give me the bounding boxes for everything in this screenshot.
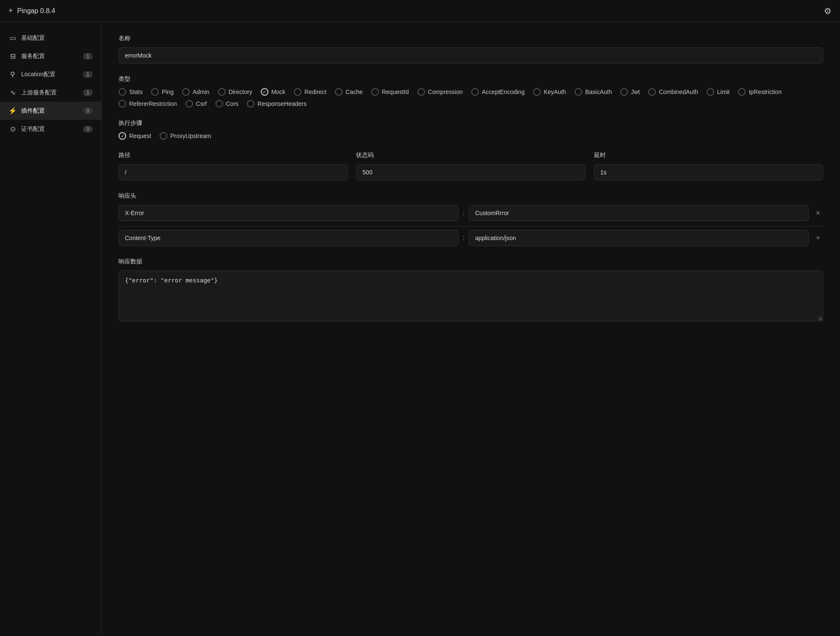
add-header-button[interactable]: + — [813, 234, 823, 243]
radio-type-keyauth[interactable]: KeyAuth — [533, 88, 566, 96]
steps-radio-group: RequestProxyUpstream — [119, 132, 823, 140]
sidebar-item-location[interactable]: ⚲ Location配置 1 — [0, 65, 101, 83]
colon-1: : — [463, 234, 464, 242]
titlebar: + Pingap 0.8.4 ⚙ — [0, 0, 840, 22]
response-header-key-1[interactable] — [119, 230, 459, 246]
header-divider-0 — [119, 226, 823, 227]
path-field: 路径 — [119, 152, 348, 180]
path-input[interactable] — [119, 164, 348, 180]
path-row: 路径 状态码 延时 — [119, 152, 823, 180]
radio-label-requestid: RequestId — [382, 88, 409, 95]
settings-icon[interactable]: ⚙ — [824, 6, 832, 16]
radio-circle-redirect — [294, 88, 301, 96]
radio-circle-compression — [417, 88, 425, 96]
radio-circle-combinedauth — [648, 88, 656, 96]
name-section: 名称 — [119, 35, 823, 64]
radio-type-cache[interactable]: Cache — [335, 88, 362, 96]
radio-type-compression[interactable]: Compression — [417, 88, 463, 96]
radio-type-ping[interactable]: Ping — [151, 88, 174, 96]
delay-input[interactable] — [594, 164, 823, 180]
radio-type-refererrestriction[interactable]: RefererRestriction — [119, 100, 177, 108]
response-header-row-1: :+ — [119, 230, 823, 246]
sidebar-icon-cert: ⊙ — [8, 125, 17, 133]
radio-type-mock[interactable]: Mock — [261, 88, 285, 96]
titlebar-left: + Pingap 0.8.4 — [8, 6, 55, 15]
sidebar-icon-location: ⚲ — [8, 70, 17, 78]
response-headers-section: 响应头 :×:+ — [119, 192, 823, 246]
radio-label-csrf: Csrf — [196, 100, 207, 107]
radio-label-basicauth: BasicAuth — [585, 88, 612, 95]
sidebar-item-basic[interactable]: ▭ 基础配置 — [0, 29, 101, 47]
radio-type-combinedauth[interactable]: CombinedAuth — [648, 88, 698, 96]
radio-label-step-request: Request — [129, 133, 151, 139]
sidebar-icon-service: ⊟ — [8, 52, 17, 60]
radio-type-stats[interactable]: Stats — [119, 88, 143, 96]
radio-label-compression: Compression — [428, 88, 463, 95]
response-header-key-0[interactable] — [119, 205, 459, 221]
response-headers-list: :×:+ — [119, 205, 823, 246]
steps-label: 执行步骤 — [119, 119, 823, 127]
app-container: + Pingap 0.8.4 ⚙ ▭ 基础配置 ⊟ 服务配置 1 ⚲ Locat… — [0, 0, 840, 636]
radio-circle-keyauth — [533, 88, 541, 96]
radio-label-ping: Ping — [162, 88, 174, 95]
radio-type-csrf[interactable]: Csrf — [185, 100, 207, 108]
sidebar-item-upstream[interactable]: ∿ 上游服务配置 1 — [0, 83, 101, 102]
response-header-value-0[interactable] — [469, 205, 809, 221]
radio-type-admin[interactable]: Admin — [182, 88, 210, 96]
radio-circle-responseheaders — [247, 100, 254, 108]
radio-label-keyauth: KeyAuth — [544, 88, 566, 95]
radio-label-limit: Limit — [717, 88, 730, 95]
radio-type-redirect[interactable]: Redirect — [294, 88, 326, 96]
radio-type-iprestriction[interactable]: IpRestriction — [738, 88, 782, 96]
radio-label-iprestriction: IpRestriction — [749, 88, 782, 95]
radio-circle-admin — [182, 88, 190, 96]
radio-circle-requestid — [371, 88, 379, 96]
radio-label-redirect: Redirect — [304, 88, 326, 95]
sidebar-label-service: 服务配置 — [21, 53, 79, 60]
radio-label-stats: Stats — [129, 88, 143, 95]
sidebar-item-plugin[interactable]: ⚡ 插件配置 0 — [0, 102, 101, 120]
sidebar-label-basic: 基础配置 — [21, 34, 93, 42]
radio-type-limit[interactable]: Limit — [707, 88, 730, 96]
radio-circle-directory — [218, 88, 226, 96]
sidebar-icon-basic: ▭ — [8, 34, 17, 42]
sidebar-item-service[interactable]: ⊟ 服务配置 1 — [0, 47, 101, 65]
content-area: 名称 类型 StatsPingAdminDirectoryMockRedirec… — [102, 22, 840, 636]
radio-type-directory[interactable]: Directory — [218, 88, 252, 96]
radio-type-responseheaders[interactable]: ResponseHeaders — [247, 100, 307, 108]
response-data-wrapper: ⇲ — [119, 271, 823, 323]
radio-step-proxyupstream[interactable]: ProxyUpstream — [160, 132, 211, 140]
response-header-row-0: :× — [119, 205, 823, 221]
remove-header-button[interactable]: × — [813, 209, 823, 218]
radio-type-acceptencoding[interactable]: AcceptEncoding — [471, 88, 525, 96]
sidebar-item-cert[interactable]: ⊙ 证书配置 0 — [0, 120, 101, 138]
sidebar: ▭ 基础配置 ⊟ 服务配置 1 ⚲ Location配置 1 ∿ 上游服务配置 … — [0, 22, 102, 636]
name-input[interactable] — [119, 47, 823, 64]
sidebar-badge-upstream: 1 — [83, 89, 93, 96]
radio-label-acceptencoding: AcceptEncoding — [482, 88, 525, 95]
resize-handle: ⇲ — [817, 315, 821, 321]
radio-type-cors[interactable]: Cors — [216, 100, 239, 108]
radio-circle-cache — [335, 88, 343, 96]
sidebar-label-location: Location配置 — [21, 71, 79, 78]
sidebar-badge-cert: 0 — [83, 126, 93, 133]
radio-circle-csrf — [185, 100, 193, 108]
name-label: 名称 — [119, 35, 823, 42]
response-data-label: 响应数据 — [119, 258, 823, 265]
radio-circle-iprestriction — [738, 88, 746, 96]
status-input[interactable] — [356, 164, 585, 180]
radio-type-requestid[interactable]: RequestId — [371, 88, 409, 96]
sidebar-icon-plugin: ⚡ — [8, 107, 17, 115]
radio-step-request[interactable]: Request — [119, 132, 151, 140]
response-data-textarea[interactable] — [119, 271, 823, 321]
radio-type-jwt[interactable]: Jwt — [620, 88, 640, 96]
response-header-value-1[interactable] — [469, 230, 809, 246]
radio-type-basicauth[interactable]: BasicAuth — [575, 88, 612, 96]
radio-label-cache: Cache — [345, 88, 362, 95]
radio-circle-acceptencoding — [471, 88, 479, 96]
status-label: 状态码 — [356, 152, 585, 159]
radio-label-directory: Directory — [229, 88, 252, 95]
radio-label-mock: Mock — [271, 88, 285, 95]
radio-circle-refererrestriction — [119, 100, 126, 108]
radio-label-responseheaders: ResponseHeaders — [257, 100, 307, 107]
